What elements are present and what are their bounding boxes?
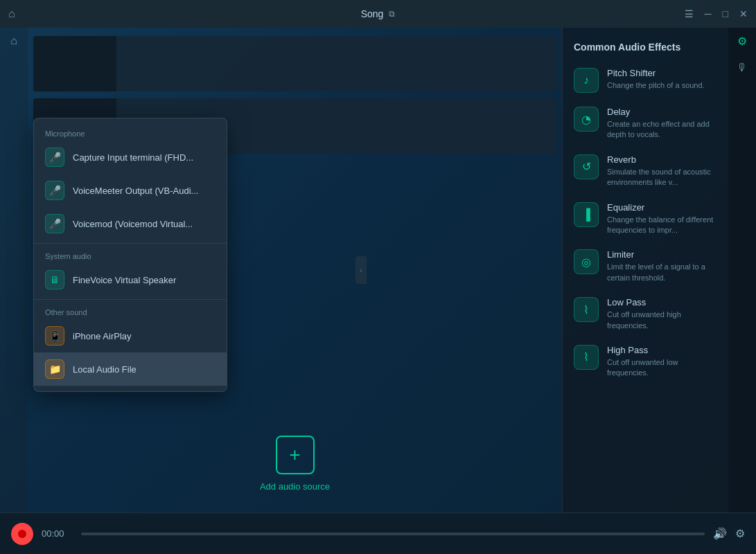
external-link-icon[interactable]: ⧉: [389, 9, 395, 19]
title-bar-center: Song ⧉: [361, 8, 396, 19]
volume-icon[interactable]: 🔊: [713, 527, 727, 540]
left-sidebar: ⌂: [0, 28, 28, 512]
effect-desc-high-pass: Cut off unwanted low frequencies.: [607, 357, 717, 379]
menu-button[interactable]: ☰: [685, 8, 694, 19]
effect-desc-delay: Create an echo effect and add depth to v…: [607, 119, 717, 141]
effect-text-delay: Delay Create an echo effect and add dept…: [607, 107, 717, 141]
right-panel-icons: ⚙ 🎙: [728, 28, 756, 512]
add-audio-source-button[interactable]: +: [276, 436, 315, 474]
add-source-label: Add audio source: [260, 481, 330, 492]
effect-name-delay: Delay: [607, 107, 717, 117]
effect-icon-limiter: ◎: [574, 249, 599, 274]
effects-panel-title: Common Audio Effects: [563, 36, 728, 61]
bottom-bar: 00:00 🔊 ⚙: [0, 512, 756, 554]
effect-desc-low-pass: Cut off unwanted high frequencies.: [607, 310, 717, 331]
effect-icon-pitch-shifter: ♪: [574, 68, 599, 93]
record-button[interactable]: [11, 523, 33, 545]
time-display: 00:00: [42, 528, 73, 539]
dropdown-item-icon-local-audio: 📁: [45, 359, 64, 379]
settings-icon[interactable]: ⚙: [735, 527, 745, 540]
effect-item-low-pass[interactable]: ⌇ Low Pass Cut off unwanted high frequen…: [563, 290, 728, 338]
effect-icon-high-pass: ⌇: [574, 345, 599, 370]
progress-bar[interactable]: [81, 533, 705, 535]
effect-item-high-pass[interactable]: ⌇ High Pass Cut off unwanted low frequen…: [563, 338, 728, 386]
dropdown-item-text-capture: Capture Input terminal (FHD...: [73, 152, 216, 163]
dropdown-item-voicemod[interactable]: 🎤Voicemod (Voicemod Virtual...: [34, 207, 227, 240]
dropdown-item-icon-capture: 🎤: [45, 148, 64, 167]
effect-icon-delay: ◔: [574, 107, 599, 132]
equalizer-panel-icon[interactable]: ⚙: [737, 35, 747, 48]
dropdown-section-label-1: System audio: [34, 247, 227, 263]
effect-desc-equalizer: Change the balance of different frequenc…: [607, 215, 717, 236]
dropdown-item-text-voicemeeter: VoiceMeeter Output (VB-Audi...: [73, 186, 216, 196]
audio-source-dropdown: Microphone🎤Capture Input terminal (FHD..…: [33, 118, 227, 392]
dropdown-section-label-0: Microphone: [34, 124, 227, 141]
effect-text-limiter: Limiter Limit the level of a signal to a…: [607, 249, 717, 283]
effect-icon-equalizer: ▐: [574, 202, 599, 227]
effect-text-pitch-shifter: Pitch Shifter Change the pitch of a soun…: [607, 68, 717, 91]
collapse-panel-button[interactable]: ›: [355, 256, 367, 284]
effect-name-low-pass: Low Pass: [607, 297, 717, 307]
maximize-button[interactable]: □: [723, 8, 728, 19]
effect-name-limiter: Limiter: [607, 249, 717, 260]
effect-text-low-pass: Low Pass Cut off unwanted high frequenci…: [607, 297, 717, 331]
effect-text-equalizer: Equalizer Change the balance of differen…: [607, 202, 717, 236]
effect-icon-low-pass: ⌇: [574, 297, 599, 322]
minimize-button[interactable]: ─: [705, 8, 712, 19]
effect-desc-limiter: Limit the level of a signal to a certain…: [607, 262, 717, 283]
dropdown-item-icon-finevoice: 🖥: [45, 270, 64, 289]
dropdown-item-finevoice[interactable]: 🖥FineVoice Virtual Speaker: [34, 263, 227, 296]
effect-text-reverb: Reverb Simulate the sound of acoustic en…: [607, 154, 717, 188]
dropdown-section-label-2: Other sound: [34, 303, 227, 319]
effect-name-reverb: Reverb: [607, 154, 717, 165]
dropdown-item-icon-voicemod: 🎤: [45, 214, 64, 233]
add-source-area: + Add audio source: [28, 415, 562, 512]
dropdown-item-text-local-audio: Local Audio File: [73, 364, 216, 375]
dropdown-item-capture[interactable]: 🎤Capture Input terminal (FHD...: [34, 141, 227, 174]
effect-desc-reverb: Simulate the sound of acoustic environme…: [607, 167, 717, 188]
record-dot: [18, 530, 26, 538]
title-bar-left: ⌂: [8, 8, 15, 20]
effect-icon-reverb: ↺: [574, 154, 599, 179]
window-title: Song: [361, 8, 384, 19]
home-sidebar-icon[interactable]: ⌂: [10, 35, 17, 47]
effect-item-limiter[interactable]: ◎ Limiter Limit the level of a signal to…: [563, 242, 728, 290]
dropdown-item-text-voicemod: Voicemod (Voicemod Virtual...: [73, 219, 216, 229]
close-button[interactable]: ✕: [739, 8, 748, 19]
dropdown-item-text-iphone-airplay: iPhone AirPlay: [73, 331, 216, 341]
effect-text-high-pass: High Pass Cut off unwanted low frequenci…: [607, 345, 717, 379]
effect-item-reverb[interactable]: ↺ Reverb Simulate the sound of acoustic …: [563, 148, 728, 195]
dropdown-divider-2: [34, 299, 227, 300]
track-row: [33, 36, 556, 91]
dropdown-item-icon-voicemeeter: 🎤: [45, 181, 64, 200]
dropdown-item-voicemeeter[interactable]: 🎤VoiceMeeter Output (VB-Audi...: [34, 174, 227, 207]
effect-item-delay[interactable]: ◔ Delay Create an echo effect and add de…: [563, 100, 728, 148]
dropdown-divider-1: [34, 243, 227, 244]
effect-name-high-pass: High Pass: [607, 345, 717, 355]
effects-list: Common Audio Effects ♪ Pitch Shifter Cha…: [563, 28, 728, 512]
dropdown-item-iphone-airplay[interactable]: 📱iPhone AirPlay: [34, 319, 227, 352]
effect-desc-pitch-shifter: Change the pitch of a sound.: [607, 80, 717, 91]
dropdown-item-local-audio[interactable]: 📁Local Audio File: [34, 352, 227, 386]
home-icon[interactable]: ⌂: [8, 8, 15, 20]
right-panel: Common Audio Effects ♪ Pitch Shifter Cha…: [562, 28, 756, 512]
effect-name-equalizer: Equalizer: [607, 202, 717, 213]
title-bar: ⌂ Song ⧉ ☰ ─ □ ✕: [0, 0, 756, 28]
effect-item-equalizer[interactable]: ▐ Equalizer Change the balance of differ…: [563, 195, 728, 243]
track-label: [33, 36, 116, 91]
title-bar-right: ☰ ─ □ ✕: [685, 8, 748, 19]
dropdown-item-text-finevoice: FineVoice Virtual Speaker: [73, 275, 216, 285]
mic-panel-icon[interactable]: 🎙: [737, 62, 748, 74]
track-content: [116, 36, 556, 91]
effect-item-pitch-shifter[interactable]: ♪ Pitch Shifter Change the pitch of a so…: [563, 61, 728, 100]
effect-name-pitch-shifter: Pitch Shifter: [607, 68, 717, 78]
dropdown-item-icon-iphone-airplay: 📱: [45, 326, 64, 346]
